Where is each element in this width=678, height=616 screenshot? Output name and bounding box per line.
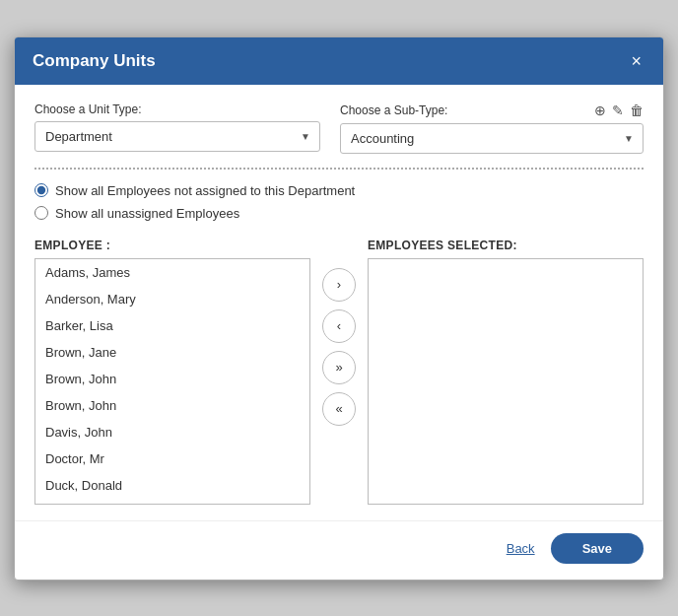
move-all-right-button[interactable]: »: [322, 351, 356, 384]
radio-input-1[interactable]: [34, 183, 48, 197]
dotted-divider: [34, 168, 644, 170]
modal-body: Choose a Unit Type: Department Division …: [15, 85, 663, 520]
radio-input-2[interactable]: [34, 206, 48, 220]
move-left-button[interactable]: ‹: [322, 309, 356, 343]
unit-type-label: Choose a Unit Type:: [34, 103, 320, 116]
radio-label-2: Show all unassigned Employees: [55, 206, 239, 221]
unit-type-group: Choose a Unit Type: Department Division …: [34, 103, 320, 154]
move-right-button[interactable]: ›: [322, 268, 356, 302]
company-units-modal: Company Units × Choose a Unit Type: Depa…: [14, 36, 664, 581]
transfer-buttons: › ‹ » «: [318, 239, 360, 426]
list-item[interactable]: Davis, John: [35, 419, 309, 445]
selected-list-label: EMPLOYEES SELECTED:: [368, 239, 644, 252]
sub-type-header: Choose a Sub-Type: ⊕ ✎ 🗑: [340, 103, 644, 118]
radio-option-2[interactable]: Show all unassigned Employees: [34, 206, 644, 221]
list-item[interactable]: Doctor, Mr: [35, 445, 309, 472]
move-all-left-icon: «: [335, 401, 342, 416]
selected-listbox[interactable]: [368, 258, 644, 505]
list-item[interactable]: Adams, James: [35, 259, 309, 286]
employee-list-column: EMPLOYEE : Adams, James Anderson, Mary B…: [34, 239, 310, 505]
edit-subtype-icon[interactable]: ✎: [612, 103, 624, 118]
save-button[interactable]: Save: [551, 533, 644, 564]
move-all-left-button[interactable]: «: [322, 392, 356, 426]
radio-label-1: Show all Employees not assigned to this …: [55, 183, 355, 198]
modal-title: Company Units: [33, 51, 156, 71]
sub-type-label: Choose a Sub-Type:: [340, 103, 447, 117]
list-item[interactable]: Anderson, Mary: [35, 286, 309, 312]
move-all-right-icon: »: [335, 360, 342, 375]
list-item[interactable]: Brown, Jane: [35, 339, 309, 366]
sub-type-group: Choose a Sub-Type: ⊕ ✎ 🗑 Accounting Fina…: [340, 103, 644, 154]
lists-section: EMPLOYEE : Adams, James Anderson, Mary B…: [34, 239, 644, 505]
delete-subtype-icon[interactable]: 🗑: [630, 103, 644, 118]
sub-type-select[interactable]: Accounting Finance HR IT: [340, 123, 644, 154]
list-item[interactable]: Employee, Brand New: [35, 499, 309, 505]
employee-listbox[interactable]: Adams, James Anderson, Mary Barker, Lisa…: [34, 258, 310, 505]
radio-option-1[interactable]: Show all Employees not assigned to this …: [34, 183, 644, 198]
modal-header: Company Units ×: [15, 37, 663, 85]
radio-group: Show all Employees not assigned to this …: [34, 183, 644, 221]
selected-list-column: EMPLOYEES SELECTED:: [368, 239, 644, 505]
list-item[interactable]: Brown, John: [35, 392, 309, 419]
back-button[interactable]: Back: [507, 541, 535, 556]
list-item[interactable]: Duck, Donald: [35, 472, 309, 499]
sub-type-select-wrapper: Accounting Finance HR IT: [340, 123, 644, 154]
unit-type-select-wrapper: Department Division Team: [34, 121, 320, 152]
move-left-icon: ‹: [337, 318, 341, 333]
add-subtype-icon[interactable]: ⊕: [594, 103, 606, 118]
modal-footer: Back Save: [15, 520, 663, 580]
move-right-icon: ›: [337, 277, 341, 292]
sub-type-icons: ⊕ ✎ 🗑: [594, 103, 644, 118]
list-item[interactable]: Brown, John: [35, 366, 309, 392]
close-button[interactable]: ×: [627, 52, 645, 70]
employee-list-label: EMPLOYEE :: [34, 239, 310, 252]
form-row: Choose a Unit Type: Department Division …: [34, 103, 644, 154]
unit-type-select[interactable]: Department Division Team: [34, 121, 320, 152]
employee-list-items: Adams, James Anderson, Mary Barker, Lisa…: [35, 259, 309, 505]
list-item[interactable]: Barker, Lisa: [35, 312, 309, 339]
